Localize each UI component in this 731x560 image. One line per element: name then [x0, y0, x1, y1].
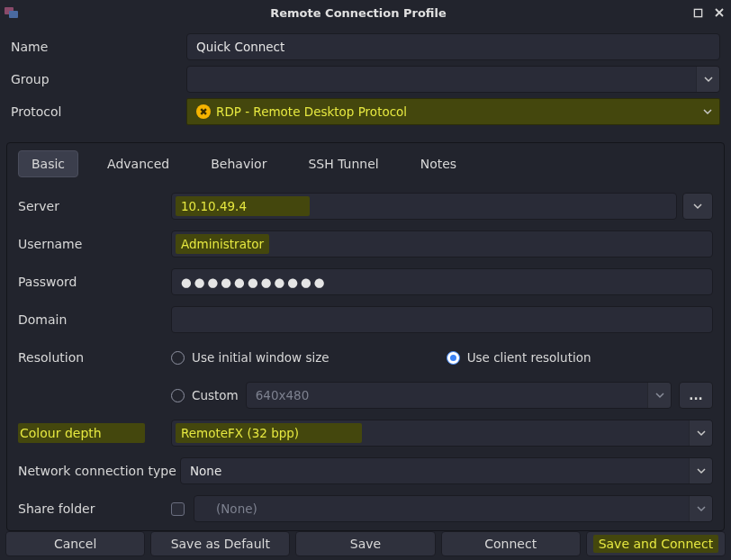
radio-icon	[171, 389, 185, 402]
save-button[interactable]: Save	[295, 531, 435, 556]
save-and-connect-button[interactable]: Save and Connect	[586, 531, 726, 556]
username-value: Administrator	[176, 234, 269, 254]
network-type-label: Network connection type	[18, 464, 180, 478]
password-value: ●●●●●●●●●●●	[181, 275, 328, 289]
username-label: Username	[18, 237, 171, 251]
tab-advanced[interactable]: Advanced	[95, 151, 182, 176]
resolution-custom-select[interactable]: 640x480	[246, 382, 672, 409]
domain-input[interactable]	[171, 306, 713, 333]
group-select[interactable]	[186, 66, 720, 93]
protocol-label: Protocol	[11, 104, 186, 119]
group-label: Group	[11, 72, 186, 86]
server-value: 10.10.49.4	[176, 196, 310, 216]
network-type-select[interactable]: None	[180, 457, 713, 484]
cancel-button[interactable]: Cancel	[5, 531, 145, 556]
resolution-custom-text: Custom	[192, 388, 239, 402]
username-input[interactable]: Administrator	[171, 230, 713, 257]
basic-tab-body: Server 10.10.49.4 Username Administrator…	[7, 181, 724, 528]
name-input[interactable]: Quick Connect	[186, 33, 720, 60]
share-folder-value: (None)	[203, 501, 257, 516]
chevron-down-icon	[647, 383, 671, 408]
window-title: Remote Connection Profile	[25, 6, 691, 20]
tab-basic[interactable]: Basic	[18, 150, 78, 177]
chevron-down-icon	[696, 67, 719, 92]
resolution-custom-value: 640x480	[256, 388, 310, 402]
radio-icon	[171, 351, 185, 365]
resolution-label: Resolution	[18, 350, 171, 365]
protocol-icon: ✖	[196, 104, 211, 119]
resolution-radio-custom[interactable]: Custom	[171, 388, 239, 402]
server-label: Server	[18, 199, 171, 213]
colour-depth-select[interactable]: RemoteFX (32 bpp)	[171, 420, 713, 447]
name-label: Name	[11, 40, 186, 54]
resolution-client-text: Use client resolution	[467, 350, 591, 365]
password-label: Password	[18, 275, 171, 289]
top-fields: Name Quick Connect Group Protocol ✖ RDP …	[0, 25, 731, 133]
svg-rect-2	[694, 9, 701, 16]
name-value: Quick Connect	[196, 40, 284, 54]
radio-icon	[447, 351, 460, 365]
colour-depth-label: Colour depth	[18, 426, 171, 440]
chevron-down-icon	[689, 420, 712, 446]
resolution-initial-text: Use initial window size	[192, 350, 329, 365]
resolution-radio-client[interactable]: Use client resolution	[447, 350, 591, 365]
resolution-radio-initial[interactable]: Use initial window size	[171, 350, 329, 365]
tab-notes[interactable]: Notes	[408, 151, 469, 176]
tab-ssh-tunnel[interactable]: SSH Tunnel	[295, 151, 391, 176]
save-default-button[interactable]: Save as Default	[150, 531, 290, 556]
server-history-dropdown[interactable]	[682, 193, 713, 220]
share-folder-label: Share folder	[18, 501, 171, 516]
protocol-select[interactable]: ✖ RDP - Remote Desktop Protocol	[186, 98, 720, 125]
tabs: Basic Advanced Behavior SSH Tunnel Notes	[7, 143, 724, 181]
network-type-value: None	[190, 464, 221, 478]
colour-depth-value: RemoteFX (32 bpp)	[176, 423, 362, 443]
share-folder-checkbox[interactable]	[171, 502, 185, 516]
settings-panel: Basic Advanced Behavior SSH Tunnel Notes…	[6, 142, 725, 531]
password-input[interactable]: ●●●●●●●●●●●	[171, 268, 713, 295]
action-bar: Cancel Save as Default Save Connect Save…	[0, 531, 731, 560]
close-button[interactable]	[713, 6, 726, 19]
chevron-down-icon	[689, 458, 712, 483]
app-icon	[4, 5, 20, 21]
server-input[interactable]: 10.10.49.4	[171, 193, 677, 220]
connect-button[interactable]: Connect	[441, 531, 581, 556]
protocol-value: RDP - Remote Desktop Protocol	[216, 104, 407, 119]
maximize-button[interactable]	[691, 6, 704, 19]
domain-label: Domain	[18, 312, 171, 327]
chevron-down-icon	[689, 496, 712, 521]
chevron-down-icon	[696, 99, 719, 124]
tab-behavior[interactable]: Behavior	[198, 151, 279, 176]
svg-rect-1	[9, 11, 18, 18]
titlebar: Remote Connection Profile	[0, 0, 731, 25]
share-folder-select[interactable]: (None)	[194, 495, 713, 522]
resolution-options-button[interactable]: ...	[679, 382, 713, 409]
